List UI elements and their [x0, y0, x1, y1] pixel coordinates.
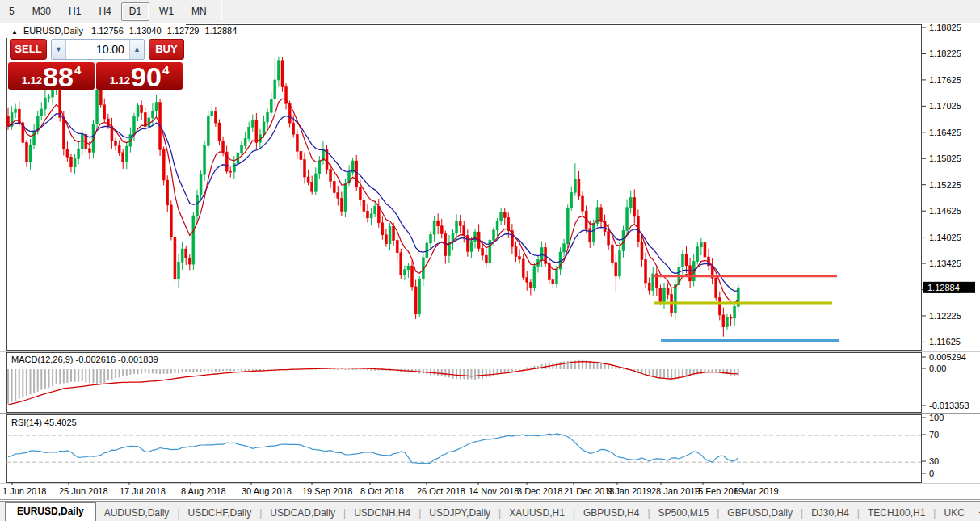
svg-text:0: 0 — [929, 468, 934, 478]
svg-text:1.17025: 1.17025 — [929, 101, 961, 111]
volume-increase-icon[interactable]: ▲ — [129, 40, 144, 59]
chart-tab-dj30-h4[interactable]: DJ30,H4 — [803, 505, 857, 521]
chart-area[interactable]: 1.188251.182251.176251.170251.164251.158… — [0, 23, 980, 501]
timeframe-button-h1[interactable]: H1 — [61, 2, 89, 21]
svg-text:26 Oct 2018: 26 Oct 2018 — [417, 486, 465, 496]
ohlc-high: 1.13040 — [129, 26, 162, 36]
timeframe-toolbar: 5M30H1H4D1W1MN — [0, 0, 980, 23]
sell-price-small: 1.12 — [22, 74, 42, 86]
chart-tab-usdcnh-h4[interactable]: USDCNH,H4 — [346, 505, 418, 521]
svg-text:0.005294: 0.005294 — [929, 352, 966, 362]
price-chart-canvas[interactable]: 1.188251.182251.176251.170251.164251.158… — [0, 23, 980, 501]
svg-text:1.18225: 1.18225 — [929, 48, 961, 58]
buy-price-sup: 4 — [162, 63, 169, 77]
timeframe-button-w1[interactable]: W1 — [151, 2, 182, 21]
svg-text:3 Dec 2018: 3 Dec 2018 — [517, 486, 562, 496]
svg-text:9 Jan 2019: 9 Jan 2019 — [608, 486, 651, 496]
symbol-label: EURUSD,Daily — [23, 26, 83, 36]
sell-price-sup: 4 — [74, 63, 81, 77]
buy-price-big: 90 — [131, 65, 162, 89]
svg-text:30: 30 — [929, 456, 939, 466]
ohlc-low: 1.12729 — [167, 26, 200, 36]
rsi-indicator-label: RSI(14) 45.4025 — [11, 418, 77, 427]
buy-price-small: 1.12 — [110, 74, 130, 86]
chart-tab-xauusd-h1[interactable]: XAUUSD,H1 — [501, 505, 573, 521]
svg-text:14 Nov 2018: 14 Nov 2018 — [469, 486, 519, 496]
svg-text:1.17625: 1.17625 — [929, 75, 961, 85]
chart-tab-usdcad-daily[interactable]: USDCAD,Daily — [262, 505, 343, 521]
tab-scroll-arrows: ◄► — [973, 502, 980, 521]
chart-tab-ukc[interactable]: UKC — [936, 505, 972, 521]
sell-price-panel[interactable]: 1.12 88 4 — [8, 62, 95, 90]
macd-indicator-label: MACD(12,26,9) -0.002616 -0.001839 — [11, 355, 158, 364]
chart-tab-sp500-m15[interactable]: SP500,M15 — [650, 505, 717, 521]
svg-text:1.12884: 1.12884 — [927, 283, 960, 292]
timeframe-button-m30[interactable]: M30 — [24, 2, 59, 21]
svg-text:1.14625: 1.14625 — [929, 206, 961, 216]
chart-tab-audusd-daily[interactable]: AUDUSD,Daily — [96, 505, 178, 521]
toolbar-separator — [221, 2, 221, 20]
ohlc-open: 1.12756 — [91, 26, 124, 36]
chart-tab-bar: EURUSD,DailyAUDUSD,Daily|USDCHF,Daily|US… — [0, 501, 980, 521]
timeframe-button-h4[interactable]: H4 — [90, 2, 119, 21]
buy-button[interactable]: BUY — [149, 39, 184, 60]
svg-text:1.12225: 1.12225 — [929, 311, 961, 321]
mt4-window: 5M30H1H4D1W1MN 1.188251.182251.176251.17… — [0, 0, 980, 521]
one-click-trading-panel: ▲ EURUSD,Daily 1.12756 1.13040 1.12729 1… — [6, 24, 186, 90]
svg-text:70: 70 — [929, 430, 939, 439]
chart-tab-usdchf-daily[interactable]: USDCHF,Daily — [180, 505, 260, 521]
svg-text:1.13425: 1.13425 — [929, 258, 961, 268]
collapse-icon[interactable]: ▲ — [11, 28, 18, 36]
svg-text:1.15825: 1.15825 — [929, 153, 961, 163]
svg-text:100: 100 — [929, 413, 944, 422]
timeframe-button-5[interactable]: 5 — [1, 2, 23, 21]
chart-tab-tech100-h1[interactable]: TECH100,H1 — [860, 505, 933, 521]
svg-text:1 Jun 2018: 1 Jun 2018 — [2, 486, 46, 496]
date-axis[interactable]: 1 Jun 201825 Jun 201817 Jul 20188 Aug 20… — [2, 486, 779, 496]
chart-tab-gbpusd-daily[interactable]: GBPUSD,Daily — [719, 505, 801, 521]
svg-text:30 Aug 2018: 30 Aug 2018 — [242, 486, 292, 496]
svg-text:17 Jul 2018: 17 Jul 2018 — [120, 486, 166, 496]
volume-stepper: ▼ 10.00 ▲ — [51, 39, 145, 60]
timeframe-button-d1[interactable]: D1 — [121, 2, 149, 21]
chart-tab-usdjpy-daily[interactable]: USDJPY,Daily — [421, 505, 498, 521]
sell-button[interactable]: SELL — [10, 39, 47, 60]
svg-text:1.11625: 1.11625 — [929, 337, 961, 347]
svg-text:1.15225: 1.15225 — [929, 180, 961, 190]
volume-decrease-icon[interactable]: ▼ — [52, 40, 66, 59]
buy-price-panel[interactable]: 1.12 90 4 — [96, 62, 183, 90]
svg-text:-0.013353: -0.013353 — [929, 401, 969, 410]
volume-input[interactable]: 10.00 — [66, 40, 129, 59]
svg-text:25 Jun 2018: 25 Jun 2018 — [59, 486, 108, 496]
svg-text:6 Mar 2019: 6 Mar 2019 — [734, 486, 779, 496]
chart-tab-eurusd-daily[interactable]: EURUSD,Daily — [5, 502, 96, 521]
svg-text:1.16425: 1.16425 — [929, 128, 961, 137]
chart-tab-gbpusd-h4[interactable]: GBPUSD,H4 — [575, 505, 647, 521]
svg-text:1.18825: 1.18825 — [929, 23, 961, 32]
ohlc-close: 1.12884 — [205, 26, 238, 36]
svg-text:19 Sep 2018: 19 Sep 2018 — [302, 486, 352, 496]
svg-text:0.00: 0.00 — [929, 363, 946, 373]
timeframe-button-mn[interactable]: MN — [183, 2, 215, 21]
chart-ohlc-header[interactable]: ▲ EURUSD,Daily 1.12756 1.13040 1.12729 1… — [6, 24, 186, 38]
sell-price-big: 88 — [43, 65, 74, 89]
svg-text:1.14025: 1.14025 — [929, 233, 961, 242]
tab-scroll-left-icon[interactable]: ◄ — [973, 508, 980, 516]
svg-text:8 Oct 2018: 8 Oct 2018 — [360, 486, 404, 496]
svg-text:8 Aug 2018: 8 Aug 2018 — [181, 486, 226, 496]
